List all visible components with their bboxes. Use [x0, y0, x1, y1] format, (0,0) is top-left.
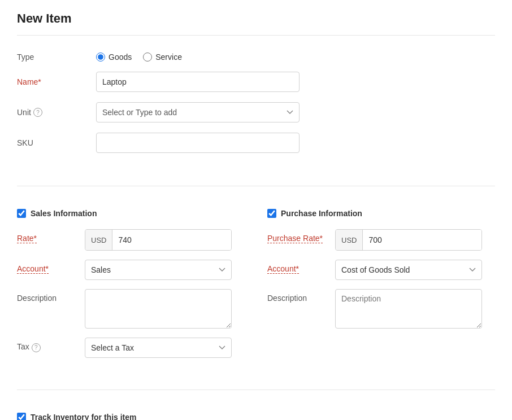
purchase-description-textarea[interactable] [335, 289, 482, 329]
sales-rate-label: Rate* [17, 234, 37, 243]
sku-input[interactable] [96, 133, 300, 153]
divider-2 [17, 390, 495, 390]
purchase-section-label: Purchase Information [281, 209, 362, 218]
purchase-description-label-wrap: Description [267, 289, 335, 303]
purchase-account-label-wrap: Account* [267, 260, 335, 273]
sales-account-row: Account* Sales Revenue Other Income [17, 260, 245, 280]
sales-tax-row: Tax ? Select a Tax [17, 338, 245, 358]
service-label: Service [155, 53, 182, 62]
sales-description-row: Description [17, 289, 245, 329]
sales-rate-label-wrap: Rate* [17, 229, 85, 243]
service-radio[interactable] [143, 53, 152, 62]
tax-help-icon[interactable]: ? [32, 343, 41, 352]
purchase-account-select[interactable]: Cost of Goods Sold Purchases Other Expen… [335, 260, 482, 280]
name-label: Name* [17, 77, 96, 86]
basic-info-section: Type Goods Service Name* Unit ? [17, 47, 495, 174]
inventory-header: Track Inventory for this item [17, 413, 495, 420]
unit-help-icon[interactable]: ? [33, 108, 42, 117]
purchase-column: Purchase Information Purchase Rate* USD … [267, 209, 495, 367]
sales-currency-badge: USD [85, 230, 112, 250]
goods-label: Goods [109, 53, 132, 62]
sales-tax-label-wrap: Tax ? [17, 338, 85, 352]
sales-rate-row: Rate* USD [17, 229, 245, 251]
sales-tax-select[interactable]: Select a Tax [85, 338, 232, 358]
goods-radio[interactable] [96, 53, 105, 62]
name-row: Name* [17, 72, 495, 92]
purchase-account-row: Account* Cost of Goods Sold Purchases Ot… [267, 260, 495, 280]
purchase-currency-badge: USD [336, 230, 363, 250]
sales-section-label: Sales Information [31, 209, 97, 218]
sales-checkbox[interactable] [17, 209, 26, 218]
sales-account-label-wrap: Account* [17, 260, 85, 273]
unit-row: Unit ? Select or Type to add [17, 102, 495, 123]
purchase-rate-input[interactable] [363, 230, 481, 250]
unit-select[interactable]: Select or Type to add [96, 102, 300, 123]
sales-rate-input-group: USD [85, 229, 232, 251]
sales-account-label: Account* [17, 264, 49, 274]
sales-tax-label: Tax [17, 342, 29, 351]
purchase-rate-input-group: USD [335, 229, 482, 251]
purchase-checkbox[interactable] [267, 209, 276, 218]
purchase-account-label: Account* [267, 264, 299, 274]
purchase-description-label: Description [267, 294, 307, 303]
type-row: Type Goods Service [17, 53, 495, 62]
inventory-section: Track Inventory for this item Account* I… [17, 401, 495, 420]
service-radio-option[interactable]: Service [143, 53, 182, 62]
type-radio-group: Goods Service [96, 53, 182, 62]
sales-description-label: Description [17, 294, 57, 303]
type-label: Type [17, 53, 96, 62]
purchase-description-row: Description [267, 289, 495, 329]
inventory-section-label: Track Inventory for this item [31, 413, 137, 420]
sales-purchase-section: Sales Information Rate* USD Account* Sal… [17, 198, 495, 378]
sales-column: Sales Information Rate* USD Account* Sal… [17, 209, 245, 367]
page-title: New Item [17, 11, 495, 36]
sku-label: SKU [17, 138, 96, 147]
sales-account-select[interactable]: Sales Revenue Other Income [85, 260, 232, 280]
sales-description-textarea[interactable] [85, 289, 232, 329]
sku-row: SKU [17, 133, 495, 153]
divider-1 [17, 186, 495, 186]
sales-description-label-wrap: Description [17, 289, 85, 303]
purchase-rate-label-wrap: Purchase Rate* [267, 229, 335, 243]
purchase-rate-label: Purchase Rate* [267, 234, 323, 243]
unit-label: Unit ? [17, 108, 96, 117]
purchase-header: Purchase Information [267, 209, 495, 218]
purchase-rate-row: Purchase Rate* USD [267, 229, 495, 251]
sales-header: Sales Information [17, 209, 245, 218]
goods-radio-option[interactable]: Goods [96, 53, 132, 62]
inventory-checkbox[interactable] [17, 413, 26, 420]
name-input[interactable] [96, 72, 300, 92]
sales-rate-input[interactable] [112, 230, 231, 250]
